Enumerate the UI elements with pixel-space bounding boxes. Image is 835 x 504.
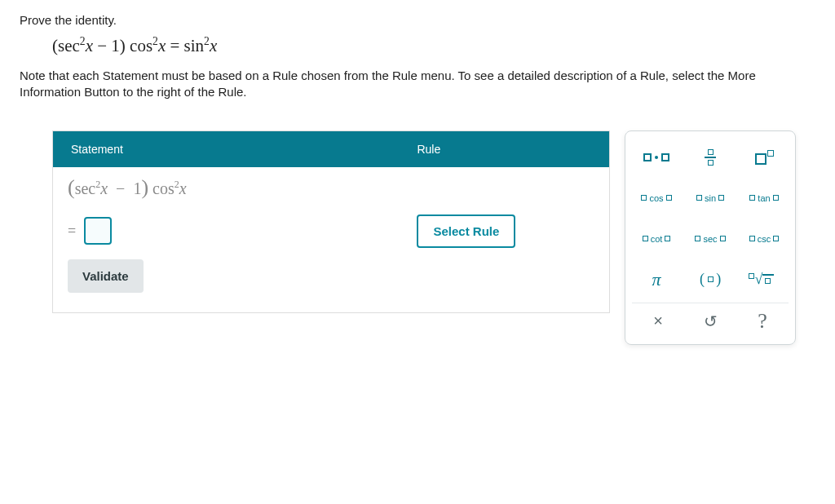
proof-panel: Statement Rule (sec2x − 1) cos2x = Sele: [52, 130, 610, 313]
palette-sin[interactable]: sin: [686, 180, 735, 216]
palette-pi[interactable]: π: [632, 262, 681, 298]
help-icon: ?: [758, 309, 767, 334]
instruction-note: Note that each Statement must be based o…: [20, 68, 815, 101]
expression-input-box[interactable]: [84, 217, 112, 245]
header-rule: Rule: [409, 131, 609, 167]
palette-cos[interactable]: cos: [632, 180, 681, 216]
prompt-title: Prove the identity.: [20, 13, 815, 27]
select-rule-button[interactable]: Select Rule: [417, 214, 515, 248]
palette-multiply[interactable]: [632, 139, 681, 175]
statement-row-2: = Select Rule: [53, 208, 609, 254]
palette-close-button[interactable]: ×: [632, 303, 684, 339]
palette-sec[interactable]: sec: [686, 221, 735, 257]
palette-parentheses[interactable]: ( ): [686, 262, 735, 298]
palette-tan[interactable]: tan: [740, 180, 789, 216]
palette-nth-root[interactable]: √: [740, 262, 789, 298]
close-icon: ×: [653, 312, 663, 330]
palette-undo-button[interactable]: ↺: [684, 303, 736, 339]
identity-expression: (sec2x − 1) cos2x = sin2x: [52, 35, 815, 56]
undo-icon: ↺: [704, 312, 718, 331]
proof-header: Statement Rule: [53, 131, 609, 167]
palette-help-button[interactable]: ?: [736, 303, 789, 339]
equals-sign: =: [68, 223, 76, 240]
palette-power[interactable]: [740, 139, 789, 175]
statement-row-1: (sec2x − 1) cos2x: [53, 167, 609, 208]
palette-fraction[interactable]: [686, 139, 735, 175]
symbol-palette: cos sin tan cot sec csc π ( ): [625, 130, 796, 345]
palette-cot[interactable]: cot: [632, 221, 681, 257]
palette-csc[interactable]: csc: [740, 221, 789, 257]
starting-expression: (sec2x − 1) cos2x: [53, 169, 409, 206]
validate-button[interactable]: Validate: [68, 259, 144, 293]
header-statement: Statement: [53, 131, 409, 167]
